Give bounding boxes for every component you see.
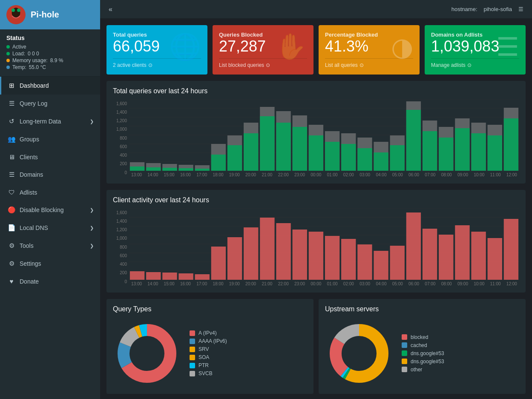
main-content: « hostname: pihole-sofia ☰ Total queries… bbox=[100, 0, 532, 399]
client-activity-svg bbox=[129, 208, 519, 281]
svg-rect-14 bbox=[130, 166, 144, 171]
memory-value: 8.9 % bbox=[50, 57, 63, 63]
svg-rect-56 bbox=[471, 133, 486, 171]
status-title: Status bbox=[6, 34, 94, 41]
svg-rect-92 bbox=[488, 238, 502, 280]
status-load: Load: 0 0 0 bbox=[6, 51, 94, 57]
svg-rect-28 bbox=[244, 133, 258, 171]
svg-rect-52 bbox=[439, 138, 453, 171]
legend-item-cached: cached bbox=[402, 342, 444, 348]
svg-point-105 bbox=[342, 336, 376, 370]
collapse-button[interactable]: « bbox=[109, 6, 112, 13]
legend-label-other: other bbox=[411, 367, 422, 373]
sidebar-item-local-dns[interactable]: 📄Local DNS❯ bbox=[0, 219, 100, 237]
query-types-card: Query Types A (IPv4) bbox=[106, 299, 313, 394]
sidebar-item-label-clients: Clients bbox=[20, 154, 38, 161]
query-types-legend: A (IPv4) AAAA (IPv6) SRV SOA bbox=[190, 328, 227, 379]
sidebar-item-settings[interactable]: ⚙Settings bbox=[0, 255, 100, 273]
stat-card-domains-adlists: Domains on Adlists 1,039,083 ☰ Manage ad… bbox=[425, 25, 526, 75]
sidebar-item-label-settings: Settings bbox=[20, 260, 41, 267]
tools-chevron-icon: ❯ bbox=[90, 243, 94, 249]
legend-item-ipv4: A (IPv4) bbox=[190, 330, 227, 336]
upstream-servers-title: Upstream servers bbox=[325, 305, 519, 313]
sidebar-item-dashboard[interactable]: ⊞Dashboard bbox=[0, 77, 100, 95]
sidebar-item-label-long-term-data: Long-term Data bbox=[20, 118, 61, 125]
svg-rect-91 bbox=[471, 232, 486, 280]
svg-rect-74 bbox=[195, 274, 210, 280]
legend-item-dns-google-2: dns.google#53 bbox=[402, 359, 444, 365]
upstream-servers-card: Upstream servers bbox=[319, 299, 526, 394]
legend-color-dns-google-1 bbox=[402, 350, 407, 356]
legend-label-blocked: blocked bbox=[411, 334, 428, 340]
legend-color-ipv4 bbox=[190, 330, 195, 336]
sidebar-item-clients[interactable]: 🖥Clients bbox=[0, 148, 100, 166]
globe-icon: 🌐 bbox=[169, 32, 201, 62]
sidebar-item-donate[interactable]: ♥Donate bbox=[0, 273, 100, 290]
sidebar-item-label-adlists: Adlists bbox=[20, 189, 37, 196]
topbar: « hostname: pihole-sofia ☰ bbox=[100, 0, 532, 19]
sidebar-item-long-term-data[interactable]: ↺Long-term Data❯ bbox=[0, 112, 100, 130]
svg-rect-40 bbox=[341, 144, 356, 171]
svg-rect-93 bbox=[504, 219, 518, 280]
stat-card-queries-blocked: Queries Blocked 27,287 ✋ List blocked qu… bbox=[213, 25, 313, 75]
sidebar-item-domains[interactable]: ☰Domains bbox=[0, 166, 100, 184]
domains-icon: ☰ bbox=[8, 171, 15, 178]
svg-rect-85 bbox=[374, 251, 388, 280]
bars-total bbox=[130, 101, 518, 171]
total-queries-chart-title: Total queries over last 24 hours bbox=[113, 87, 519, 95]
legend-item-svcb: SVCB bbox=[190, 370, 227, 376]
long-term-data-chevron-icon: ❯ bbox=[90, 119, 94, 124]
legend-color-dns-google-2 bbox=[402, 359, 407, 364]
legend-item-srv: SRV bbox=[190, 346, 227, 352]
svg-rect-20 bbox=[178, 168, 193, 171]
svg-rect-42 bbox=[357, 148, 372, 171]
client-activity-y-labels: 1,600 1,400 1,200 1,000 800 600 400 200 … bbox=[113, 208, 129, 286]
svg-rect-73 bbox=[178, 273, 193, 280]
local-dns-icon: 📄 bbox=[8, 224, 15, 232]
sidebar-item-label-donate: Donate bbox=[20, 278, 39, 285]
svg-rect-84 bbox=[357, 244, 372, 280]
sidebar-item-label-local-dns: Local DNS bbox=[20, 224, 48, 231]
total-queries-x-labels: 13:0014:0015:0016:0017:0018:0019:0020:00… bbox=[129, 172, 519, 177]
svg-rect-48 bbox=[406, 110, 421, 171]
legend-item-blocked: blocked bbox=[402, 334, 444, 340]
active-dot bbox=[6, 45, 10, 49]
svg-rect-46 bbox=[390, 145, 405, 171]
status-temp: Temp: 55.0 °C bbox=[6, 64, 94, 70]
svg-rect-80 bbox=[293, 230, 307, 280]
sidebar-item-query-log[interactable]: ☰Query Log bbox=[0, 95, 100, 112]
stat-card-total-queries: Total queries 66,059 🌐 2 active clients … bbox=[106, 25, 207, 75]
svg-rect-60 bbox=[504, 118, 518, 171]
topbar-right: hostname: pihole-sofia ☰ bbox=[451, 6, 523, 12]
svg-rect-34 bbox=[293, 127, 307, 171]
upstream-servers-section: blocked cached dns.google#53 dns.go bbox=[325, 319, 519, 388]
app-title: Pi-hole bbox=[31, 10, 59, 20]
temp-label: Temp: bbox=[12, 64, 26, 70]
svg-rect-77 bbox=[244, 227, 258, 280]
svg-rect-30 bbox=[260, 116, 274, 171]
hostname-value: pihole-sofia bbox=[484, 6, 512, 12]
menu-icon[interactable]: ☰ bbox=[518, 6, 523, 12]
svg-rect-36 bbox=[309, 135, 323, 171]
svg-rect-89 bbox=[439, 235, 453, 280]
legend-color-cached bbox=[402, 342, 407, 348]
load-label: Load: bbox=[12, 51, 25, 57]
disable-blocking-icon: 🔴 bbox=[8, 206, 15, 214]
legend-color-ipv6 bbox=[190, 339, 195, 344]
sidebar-item-groups[interactable]: 👥Groups bbox=[0, 130, 100, 148]
sidebar-item-adlists[interactable]: 🛡Adlists bbox=[0, 184, 100, 201]
legend-item-dns-google-1: dns.google#53 bbox=[402, 350, 444, 356]
pihole-logo bbox=[6, 5, 26, 24]
legend-label-ptr: PTR bbox=[198, 362, 209, 368]
legend-color-svcb bbox=[190, 371, 195, 376]
legend-label-svcb: SVCB bbox=[198, 370, 213, 376]
legend-label-srv: SRV bbox=[198, 346, 209, 352]
client-activity-x-labels: 13:0014:0015:0016:0017:0018:0019:0020:00… bbox=[129, 281, 519, 286]
sidebar-item-disable-blocking[interactable]: 🔴Disable Blocking❯ bbox=[0, 201, 100, 219]
query-log-icon: ☰ bbox=[8, 100, 15, 107]
query-types-section: A (IPv4) AAAA (IPv6) SRV SOA bbox=[113, 319, 307, 388]
legend-label-dns-google-1: dns.google#53 bbox=[411, 350, 444, 356]
total-queries-chart-body: 1,600 1,400 1,200 1,000 800 600 400 200 … bbox=[113, 99, 519, 177]
sidebar-item-tools[interactable]: ⚙Tools❯ bbox=[0, 237, 100, 255]
legend-color-srv bbox=[190, 347, 195, 352]
